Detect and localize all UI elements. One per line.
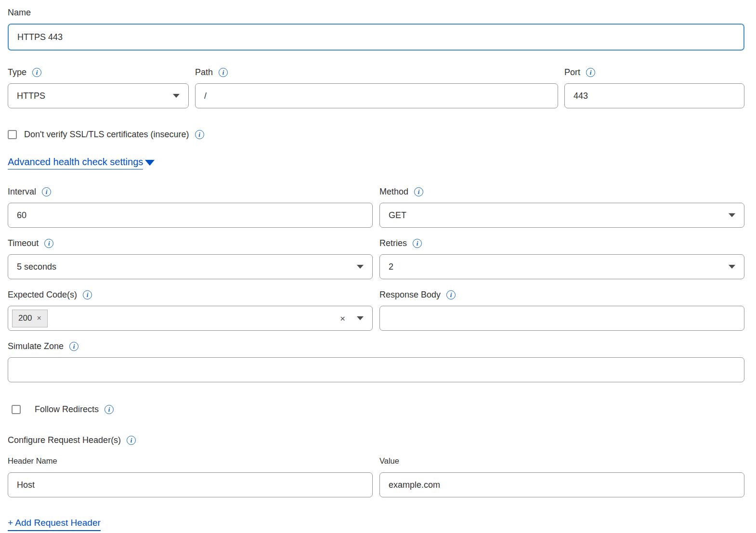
codes-body-row: Expected Code(s) i 200 × × Response Body… <box>8 289 744 331</box>
request-headers-section-label: Configure Request Header(s) <box>8 434 121 446</box>
request-headers-section-label-row: Configure Request Header(s) i <box>8 434 744 446</box>
port-label: Port <box>564 66 580 78</box>
info-icon[interactable]: i <box>446 290 456 299</box>
method-field-group: Method i GET <box>379 186 744 228</box>
chevron-down-icon <box>357 265 364 269</box>
type-field-group: Type i HTTPS <box>8 66 189 108</box>
chevron-down-icon <box>357 316 364 320</box>
retries-select[interactable]: 2 <box>379 254 744 279</box>
header-value-column-label: Value <box>379 456 399 466</box>
method-select[interactable]: GET <box>379 203 744 228</box>
clear-all-icon[interactable]: × <box>340 314 345 323</box>
interval-field-group: Interval i <box>8 186 373 228</box>
name-input[interactable] <box>8 24 744 51</box>
type-select-value: HTTPS <box>17 91 45 101</box>
info-icon[interactable]: i <box>69 342 78 351</box>
path-label: Path <box>195 66 213 78</box>
info-icon[interactable]: i <box>42 187 51 196</box>
expected-codes-label: Expected Code(s) <box>8 289 77 300</box>
timeout-select-value: 5 seconds <box>17 262 56 272</box>
simulate-zone-label: Simulate Zone <box>8 340 64 352</box>
interval-method-row: Interval i Method i GET <box>8 186 744 228</box>
expected-codes-select[interactable]: 200 × × <box>8 306 373 331</box>
timeout-label: Timeout <box>8 237 39 249</box>
timeout-select[interactable]: 5 seconds <box>8 254 373 279</box>
ssl-verify-label: Don't verify SSL/TLS certificates (insec… <box>24 129 189 140</box>
remove-tag-icon[interactable]: × <box>37 314 41 322</box>
info-icon[interactable]: i <box>195 130 204 139</box>
follow-redirects-checkbox[interactable] <box>12 405 21 414</box>
info-icon[interactable]: i <box>83 290 92 299</box>
chevron-down-icon <box>729 213 735 217</box>
header-name-field-group: Header Name <box>8 456 373 497</box>
port-input[interactable] <box>564 83 744 108</box>
timeout-retries-row: Timeout i 5 seconds Retries i 2 <box>8 237 744 279</box>
expected-code-tag-value: 200 <box>18 313 32 323</box>
follow-redirects-row: Follow Redirects i <box>8 403 744 415</box>
expected-code-tag: 200 × <box>12 310 48 327</box>
simulate-zone-input[interactable] <box>8 357 744 382</box>
info-icon[interactable]: i <box>414 187 423 196</box>
simulate-zone-field-group: Simulate Zone i <box>8 340 744 382</box>
ssl-verify-checkbox[interactable] <box>8 130 17 139</box>
response-body-field-group: Response Body i <box>379 289 744 331</box>
info-icon[interactable]: i <box>32 68 41 77</box>
info-icon[interactable]: i <box>413 239 422 248</box>
follow-redirects-label: Follow Redirects <box>35 403 99 415</box>
info-icon[interactable]: i <box>104 405 114 414</box>
info-icon[interactable]: i <box>219 68 228 77</box>
header-name-input[interactable] <box>8 472 373 497</box>
retries-label: Retries <box>379 237 407 249</box>
type-select[interactable]: HTTPS <box>8 83 189 108</box>
expected-codes-field-group: Expected Code(s) i 200 × × <box>8 289 373 331</box>
timeout-field-group: Timeout i 5 seconds <box>8 237 373 279</box>
header-name-column-label: Header Name <box>8 456 57 466</box>
name-field-group: Name <box>8 7 744 51</box>
advanced-settings-row: Advanced health check settings <box>8 156 744 169</box>
chevron-down-icon <box>145 160 155 166</box>
advanced-settings-label: Advanced health check settings <box>8 156 143 168</box>
response-body-input[interactable] <box>379 306 744 331</box>
health-check-form: Name Type i HTTPS Path i Port i <box>8 7 744 533</box>
chevron-down-icon <box>729 265 735 269</box>
response-body-label: Response Body <box>379 289 441 300</box>
path-input[interactable] <box>195 83 558 108</box>
header-value-input[interactable] <box>379 472 744 497</box>
add-request-header-link[interactable]: + Add Request Header <box>8 518 101 531</box>
method-select-value: GET <box>389 210 406 221</box>
info-icon[interactable]: i <box>586 68 595 77</box>
header-value-field-group: Value <box>379 456 744 497</box>
path-field-group: Path i <box>195 66 558 108</box>
name-label: Name <box>8 7 31 18</box>
retries-field-group: Retries i 2 <box>379 237 744 279</box>
port-field-group: Port i <box>564 66 744 108</box>
interval-input[interactable] <box>8 203 373 228</box>
request-header-row: Header Name Value <box>8 456 744 497</box>
method-label: Method <box>379 186 408 197</box>
type-path-port-row: Type i HTTPS Path i Port i <box>8 66 744 108</box>
interval-label: Interval <box>8 186 36 197</box>
add-header-row: + Add Request Header <box>8 518 744 531</box>
info-icon[interactable]: i <box>44 239 53 248</box>
retries-select-value: 2 <box>389 262 393 272</box>
type-label: Type <box>8 66 26 78</box>
info-icon[interactable]: i <box>127 436 136 445</box>
advanced-settings-link[interactable]: Advanced health check settings <box>8 156 143 169</box>
ssl-verify-row: Don't verify SSL/TLS certificates (insec… <box>8 129 744 140</box>
chevron-down-icon <box>173 94 180 98</box>
